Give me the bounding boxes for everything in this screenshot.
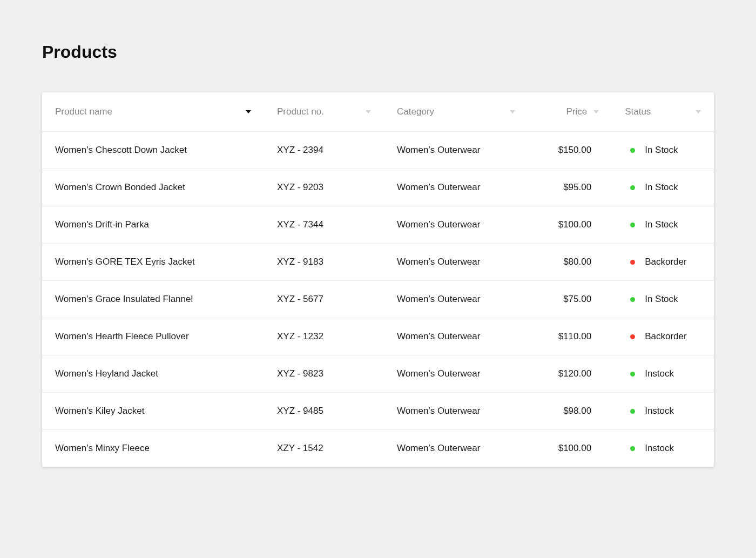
status-label: Backorder [645,331,686,342]
table-row[interactable]: Women's Grace Insulated FlannelXYZ - 567… [42,281,714,318]
cell-status: Backorder [612,318,714,355]
column-label: Product name [55,106,112,117]
status-dot-icon [630,409,635,414]
sort-icon [593,110,599,113]
cell-category: Women’s Outerwear [384,318,528,355]
status-label: Instock [645,406,674,416]
column-label: Product no. [277,106,324,117]
cell-status: In Stock [612,206,714,244]
cell-product-name: Women's Hearth Fleece Pullover [42,318,264,355]
table-row[interactable]: Women's Kiley JacketXYZ - 9485Women’s Ou… [42,393,714,430]
status-label: In Stock [645,145,678,156]
status-label: In Stock [645,219,678,230]
status-label: In Stock [645,294,678,305]
table-row[interactable]: Women's Heyland JacketXYZ - 9823Women’s … [42,355,714,393]
cell-category: Women’s Outerwear [384,281,528,318]
column-header-price[interactable]: Price [528,92,612,132]
cell-category: Women’s Outerwear [384,169,528,206]
sort-icon [510,110,515,113]
cell-category: Women’s Outerwear [384,206,528,244]
cell-product-no: XYZ - 9203 [264,169,384,206]
status-dot-icon [630,260,635,265]
status-label: Instock [645,368,674,379]
cell-product-name: Women's Grace Insulated Flannel [42,281,264,318]
cell-price: $95.00 [528,169,612,206]
cell-product-name: Women's Crown Bonded Jacket [42,169,264,206]
status-dot-icon [630,223,635,227]
cell-status: Instock [612,355,714,393]
cell-price: $98.00 [528,393,612,430]
cell-category: Women’s Outerwear [384,132,528,169]
cell-price: $120.00 [528,355,612,393]
status-label: Instock [645,443,674,454]
column-label: Category [397,106,434,117]
table-row[interactable]: Women's Drift-in ParkaXYZ - 7344Women’s … [42,206,714,244]
table-row[interactable]: Women's GORE TEX Eyris JacketXYZ - 9183W… [42,244,714,281]
cell-product-no: XZY - 1542 [264,430,384,467]
cell-product-no: XYZ - 9823 [264,355,384,393]
cell-product-name: Women's Minxy Fleece [42,430,264,467]
column-header-status[interactable]: Status [612,92,714,132]
column-header-product-no[interactable]: Product no. [264,92,384,132]
cell-product-no: XYZ - 7344 [264,206,384,244]
column-header-category[interactable]: Category [384,92,528,132]
cell-status: In Stock [612,169,714,206]
cell-status: In Stock [612,281,714,318]
cell-status: In Stock [612,132,714,169]
column-label: Status [625,106,651,117]
table-row[interactable]: Women's Hearth Fleece PulloverXYZ - 1232… [42,318,714,355]
page-title: Products [42,42,714,62]
cell-price: $80.00 [528,244,612,281]
cell-product-no: XYZ - 1232 [264,318,384,355]
cell-price: $75.00 [528,281,612,318]
sort-desc-icon [246,110,251,113]
cell-category: Women’s Outerwear [384,244,528,281]
status-dot-icon [630,148,635,153]
cell-product-name: Women's Chescott Down Jacket [42,132,264,169]
status-label: Backorder [645,257,686,267]
status-dot-icon [630,185,635,190]
cell-product-name: Women's GORE TEX Eyris Jacket [42,244,264,281]
table-row[interactable]: Women's Minxy FleeceXZY - 1542Women’s Ou… [42,430,714,467]
cell-product-name: Women's Kiley Jacket [42,393,264,430]
cell-category: Women’s Outerwear [384,355,528,393]
status-dot-icon [630,446,635,451]
cell-price: $100.00 [528,206,612,244]
cell-product-name: Women's Heyland Jacket [42,355,264,393]
products-table-card: Product name Product no. Category [42,92,714,467]
cell-price: $110.00 [528,318,612,355]
sort-icon [696,110,701,113]
cell-status: Instock [612,393,714,430]
cell-product-no: XYZ - 5677 [264,281,384,318]
cell-category: Women’s Outerwear [384,430,528,467]
status-dot-icon [630,372,635,377]
cell-category: Women’s Outerwear [384,393,528,430]
products-table: Product name Product no. Category [42,92,714,467]
cell-product-name: Women's Drift-in Parka [42,206,264,244]
sort-icon [366,110,371,113]
status-label: In Stock [645,182,678,193]
cell-price: $100.00 [528,430,612,467]
status-dot-icon [630,297,635,302]
cell-product-no: XYZ - 2394 [264,132,384,169]
status-dot-icon [630,334,635,339]
column-header-product-name[interactable]: Product name [42,92,264,132]
cell-status: Instock [612,430,714,467]
cell-product-no: XYZ - 9485 [264,393,384,430]
column-label: Price [566,106,587,117]
cell-price: $150.00 [528,132,612,169]
cell-product-no: XYZ - 9183 [264,244,384,281]
table-row[interactable]: Women's Crown Bonded JacketXYZ - 9203Wom… [42,169,714,206]
table-row[interactable]: Women's Chescott Down JacketXYZ - 2394Wo… [42,132,714,169]
cell-status: Backorder [612,244,714,281]
